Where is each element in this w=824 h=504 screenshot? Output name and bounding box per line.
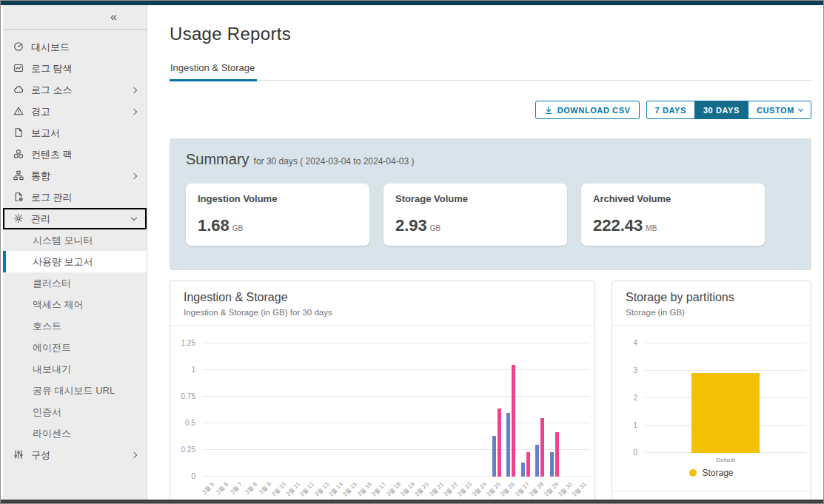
bar-group	[506, 365, 515, 477]
sidebar-item[interactable]: 로그 탐색	[3, 58, 147, 79]
x-tick-label: 3월 20	[413, 480, 431, 498]
dashboard-icon	[13, 41, 24, 53]
storage-volume-card: Storage Volume 2.93GB	[383, 184, 567, 246]
x-tick-label: 3월 17	[369, 480, 387, 498]
sidebar-item[interactable]: 시스템 모니터	[3, 229, 147, 251]
sidebar-item[interactable]: 보고서	[3, 122, 147, 144]
sidebar-item[interactable]: 통합	[3, 165, 147, 187]
x-tick-label: 3월 19	[398, 480, 416, 498]
x-tick-label: 3월 18	[384, 480, 402, 498]
sidebar-item[interactable]: 호스트	[3, 315, 147, 337]
sidebar-item[interactable]: 공유 대시보드 URL	[3, 380, 147, 401]
sidebar-item[interactable]: 구성	[3, 444, 147, 466]
chevron-down-icon	[131, 215, 137, 221]
sidebar-item[interactable]: 라이센스	[3, 423, 147, 444]
legend-label: Storage	[702, 468, 733, 478]
x-tick-label: 3월 26	[499, 480, 517, 498]
sidebar-item-label: 관리	[31, 212, 132, 226]
sidebar-item-label: 내보내기	[33, 363, 136, 376]
sidebar-item[interactable]: 로그 소스	[3, 79, 147, 101]
chart-title: Storage by partitions	[626, 291, 797, 304]
x-tick-label: 3월 23	[456, 480, 474, 498]
bar-group	[535, 418, 544, 477]
x-tick-label: 3월 15	[341, 480, 359, 498]
x-tick-label: 3월 16	[355, 480, 373, 498]
bar-ingestion	[492, 436, 496, 477]
sidebar-item[interactable]: 에이전트	[3, 337, 147, 358]
tab-ingestion-storage[interactable]: Ingestion & Storage	[170, 62, 257, 81]
summary-section: Summaryfor 30 days ( 2024-03-04 to 2024-…	[170, 138, 811, 270]
x-tick-label: 3월 5	[200, 480, 215, 496]
chevron-right-icon	[131, 451, 137, 457]
download-icon	[544, 106, 553, 115]
sidebar-item-label: 통합	[31, 169, 132, 183]
bar-storage	[540, 418, 544, 477]
download-csv-button[interactable]: DOWNLOAD CSV	[535, 101, 640, 119]
y-tick-label: 0.75	[181, 392, 195, 400]
sidebar-item-label: 사용량 보고서	[33, 255, 136, 269]
sidebar-item-label: 시스템 모니터	[33, 234, 136, 247]
x-tick-label: 3월 10	[269, 480, 287, 498]
app-window: « 대시보드로그 탐색로그 소스경고보고서컨텐츠 팩통합로그 관리관리시스템 모…	[0, 0, 824, 504]
sidebar-item[interactable]: 내보내기	[3, 358, 147, 380]
bar-ingestion	[506, 413, 510, 477]
legend-item-storage[interactable]: Storage	[689, 468, 733, 478]
card-label: Archived Volume	[593, 193, 753, 204]
x-axis: 3월 53월 63월 73월 83월 93월 103월 113월 123월 13…	[203, 477, 590, 500]
sidebar-header: «	[3, 5, 147, 30]
sidebar-item-label: 구성	[31, 448, 132, 462]
legend-dot	[689, 469, 697, 477]
x-tick-label: Default	[716, 457, 734, 463]
bar-ingestion	[521, 463, 525, 477]
sidebar-item-label: 경고	[31, 105, 132, 118]
y-tick-label: 0	[633, 448, 637, 457]
bar-group	[492, 409, 501, 477]
sidebar-item[interactable]: 클러스터	[3, 272, 147, 294]
plot-area: 01234	[612, 326, 811, 453]
ingestion-volume-card: Ingestion Volume 1.68GB	[186, 184, 369, 246]
configuration-icon	[13, 449, 24, 460]
bar-ingestion	[550, 452, 554, 477]
sidebar-item-label: 로그 관리	[31, 191, 136, 204]
sidebar-item[interactable]: 대시보드	[3, 36, 147, 58]
sidebar-item[interactable]: 로그 관리	[3, 187, 147, 208]
bar-storage	[512, 365, 515, 477]
range-custom-button[interactable]: CUSTOM	[748, 101, 811, 119]
page-title: Usage Reports	[170, 24, 811, 44]
y-axis: 00.250.50.7511.25	[170, 343, 203, 477]
sidebar-item[interactable]: 인증서	[3, 401, 147, 423]
bar-storage	[498, 409, 501, 477]
sidebar-item[interactable]: 컨텐츠 팩	[3, 144, 147, 165]
sidebar-item[interactable]: 경고	[3, 101, 147, 122]
y-tick-label: 4	[633, 339, 637, 347]
administration-icon	[13, 213, 24, 224]
range-7-days-button[interactable]: 7 DAYS	[646, 101, 695, 119]
sidebar-nav: 대시보드로그 탐색로그 소스경고보고서컨텐츠 팩통합로그 관리관리시스템 모니터…	[3, 30, 147, 500]
sidebar-item[interactable]: 관리	[3, 208, 147, 229]
sidebar-item-label: 대시보드	[31, 41, 136, 54]
download-csv-label: DOWNLOAD CSV	[557, 106, 631, 115]
storage-partitions-chart-card: Storage by partitions Storage (in GB) 01…	[612, 280, 811, 500]
card-value: 2.93GB	[395, 216, 555, 235]
range-30-days-button[interactable]: 30 DAYS	[694, 101, 748, 119]
sidebar-item[interactable]: 사용량 보고서	[3, 251, 147, 272]
chart-title: Ingestion & Storage	[184, 291, 581, 304]
x-tick-label: 3월 11	[284, 480, 302, 498]
x-tick-label: 3월 31	[571, 480, 589, 498]
sidebar-item[interactable]: 액세스 제어	[3, 294, 147, 315]
chart-header: Ingestion & Storage Ingestion & Storage …	[170, 281, 594, 326]
summary-cards: Ingestion Volume 1.68GB Storage Volume 2…	[186, 184, 795, 246]
sidebar-item-label: 라이센스	[33, 427, 136, 440]
ingestion-storage-chart-card: Ingestion & Storage Ingestion & Storage …	[170, 280, 595, 500]
gridline	[203, 423, 590, 423]
archived-volume-card: Archived Volume 222.43MB	[581, 184, 765, 246]
toolbar: DOWNLOAD CSV 7 DAYS 30 DAYS CUSTOM	[170, 101, 811, 119]
x-tick-label: 3월 25	[484, 480, 502, 498]
x-tick-label: 3월 27	[513, 480, 531, 498]
sidebar-item-label: 호스트	[33, 320, 136, 333]
chevron-right-icon	[131, 87, 137, 93]
summary-title: Summary	[186, 151, 249, 167]
log-sources-icon	[13, 84, 24, 95]
collapse-sidebar-icon[interactable]: «	[110, 11, 117, 23]
sidebar-item-label: 로그 탐색	[31, 62, 136, 75]
